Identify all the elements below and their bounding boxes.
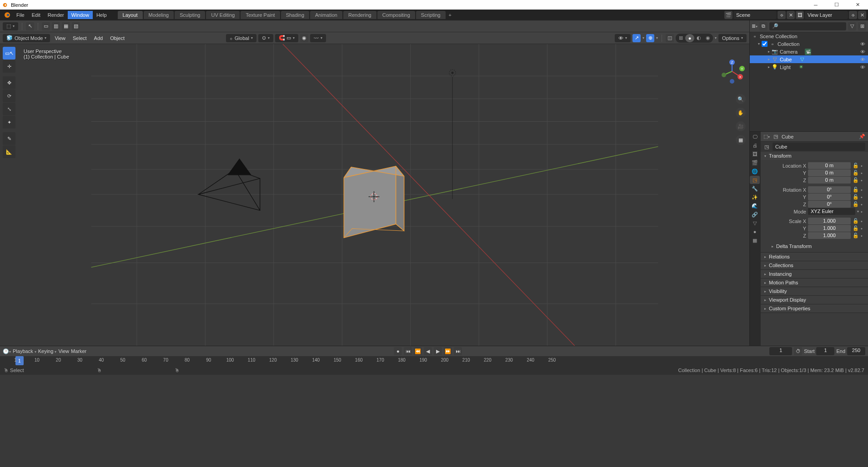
zoom-gizmo-icon[interactable]: 🔍 [736, 94, 746, 104]
ptab-output[interactable]: 🖨 [750, 141, 760, 149]
viewlayer-new-button[interactable]: ⎆ [849, 11, 857, 19]
blender-icon[interactable] [4, 11, 11, 19]
menu-help[interactable]: Help [93, 11, 110, 19]
visibility-icon[interactable]: 👁 [860, 57, 865, 62]
ptab-render[interactable]: 🖵 [750, 133, 760, 141]
vp-menu-view[interactable]: View [52, 35, 68, 42]
panel-collections[interactable]: ▸Collections [761, 261, 868, 269]
tool-scale[interactable]: ⤡ [3, 103, 15, 115]
ptab-viewlayer[interactable]: 🖼 [750, 150, 760, 158]
preview-range-button[interactable]: ⏱ [794, 347, 802, 355]
lock-icon[interactable]: 🔓 [853, 187, 859, 193]
field-scale-y[interactable]: 1.000 [808, 225, 851, 232]
shade-rendered-button[interactable]: ◉ [703, 34, 712, 42]
tool-select-box[interactable]: ▭↖ [3, 47, 15, 60]
shade-wireframe-button[interactable]: ⊞ [676, 34, 685, 42]
jump-start-button[interactable]: ⏮ [404, 347, 412, 355]
viewlayer-delete-button[interactable]: ✕ [858, 11, 866, 19]
visibility-icon[interactable]: 👁 [860, 65, 865, 70]
outliner-item-camera[interactable]: ▸📷 Camera 📽 👁 [750, 48, 868, 55]
nav-gizmo[interactable]: Z Y X [718, 58, 746, 85]
cursor-tool-icon[interactable]: ↖ [26, 22, 34, 30]
tab-texture-paint[interactable]: Texture Paint [241, 11, 280, 19]
ptab-scene[interactable]: 🎬 [750, 159, 760, 167]
close-button[interactable]: ✕ [847, 0, 868, 10]
jump-end-button[interactable]: ⏭ [454, 347, 462, 355]
lock-icon[interactable]: 🔓 [853, 170, 859, 176]
selmode-b-icon[interactable]: ▥ [52, 22, 60, 30]
start-frame-field[interactable]: 1 [816, 347, 834, 355]
viewport-canvas[interactable]: ▭↖ ✛ ✥ ⟳ ⤡ ✦ ✎ 📐 User Perspective (1) Co… [0, 44, 749, 346]
field-location-z[interactable]: 0 m [808, 177, 851, 184]
pin-icon[interactable]: 📌 [859, 134, 865, 139]
ptab-texture[interactable]: ▦ [750, 236, 760, 244]
ptab-meshdata[interactable]: ▽ [750, 219, 760, 227]
mesh-data-icon[interactable]: ▽ [799, 56, 805, 63]
lock-icon[interactable]: 🔓 [853, 218, 859, 224]
ptab-world[interactable]: 🌐 [750, 167, 760, 175]
menu-window[interactable]: Window [68, 11, 93, 19]
tab-modeling[interactable]: Modeling [144, 11, 174, 19]
vp-menu-select[interactable]: Select [70, 35, 90, 42]
play-button[interactable]: ▶ [434, 347, 442, 355]
panel-delta-transform[interactable]: ▸Delta Transform [764, 242, 864, 250]
vp-menu-add[interactable]: Add [91, 35, 106, 42]
field-rotation-y[interactable]: 0° [808, 194, 851, 200]
shade-solid-button[interactable]: ● [685, 34, 694, 42]
panel-visibility[interactable]: ▸Visibility [761, 287, 868, 295]
lock-icon[interactable]: 🔓 [853, 194, 859, 200]
outliner-search[interactable]: 🔎 [769, 22, 846, 30]
field-scale-x[interactable]: 1.000 [808, 218, 851, 224]
jump-prev-key-button[interactable]: ⏪ [414, 347, 422, 355]
light-data-icon[interactable]: ☀ [798, 64, 804, 70]
shading-options-dropdown[interactable]: ▾ [715, 36, 717, 40]
tl-menu-marker[interactable]: Marker [71, 348, 86, 354]
field-location-y[interactable]: 0 m [808, 169, 851, 176]
selmode-d-icon[interactable]: ▧ [72, 22, 80, 30]
tool-measure[interactable]: 📐 [3, 145, 15, 158]
tool-rotate[interactable]: ⟳ [3, 89, 15, 102]
panel-transform-header[interactable]: ▾Transform [761, 152, 868, 160]
outliner-new-collection[interactable]: ⊞ [858, 22, 866, 30]
scene-field[interactable]: Scene [733, 11, 777, 19]
lock-icon[interactable]: 🔓 [853, 233, 859, 238]
tab-sculpting[interactable]: Sculpting [175, 11, 205, 19]
add-workspace-button[interactable]: + [447, 11, 454, 19]
tab-compositing[interactable]: Compositing [377, 11, 415, 19]
outliner-scene-collection[interactable]: ▫ Scene Collection [750, 32, 868, 40]
camera-view-icon[interactable]: 🎥 [736, 121, 746, 131]
panel-motion-paths[interactable]: ▸Motion Paths [761, 278, 868, 287]
tab-scripting[interactable]: Scripting [416, 11, 446, 19]
field-scale-z[interactable]: 1.000 [808, 232, 851, 239]
collection-enable-checkbox[interactable] [762, 41, 768, 47]
ptab-constraints[interactable]: 🔗 [750, 210, 760, 219]
tool-cursor[interactable]: ✛ [3, 60, 15, 73]
ptab-particles[interactable]: ✨ [750, 193, 760, 201]
tool-transform[interactable]: ✦ [3, 116, 15, 129]
timeline-editor-type[interactable]: 🕑▾ [3, 348, 11, 354]
selmode-c-icon[interactable]: ▦ [62, 22, 70, 30]
panel-instancing[interactable]: ▸Instancing [761, 270, 868, 278]
outliner-collection[interactable]: ▾ ▫ Collection 👁 [750, 40, 868, 48]
ptab-material[interactable]: ● [750, 228, 760, 236]
vp-menu-object[interactable]: Object [107, 35, 127, 42]
selmode-a-icon[interactable]: ▭ [42, 22, 50, 30]
field-location-x[interactable]: 0 m [808, 162, 851, 169]
timeline-ruler[interactable]: 1 11020304050607080901001101201301401501… [0, 356, 868, 365]
pan-gizmo-icon[interactable]: ✋ [736, 108, 746, 118]
visibility-icon[interactable]: 👁 [860, 41, 865, 47]
scene-new-button[interactable]: ⎆ [778, 11, 786, 19]
outliner-filter-button[interactable]: ▽ [848, 22, 856, 30]
outliner-item-cube[interactable]: ▸▽ Cube ▽ 👁 [750, 55, 868, 63]
tool-annotate[interactable]: ✎ [3, 132, 15, 145]
panel-relations[interactable]: ▸Relations [761, 253, 868, 261]
lock-icon[interactable]: 🔓 [853, 163, 859, 169]
minimize-button[interactable]: ─ [805, 0, 826, 10]
proportional-falloff[interactable]: 〰▾ [310, 34, 326, 42]
properties-editor-type[interactable]: ⬚▾ [763, 134, 770, 139]
xray-toggle-button[interactable]: ◫ [666, 34, 674, 42]
tab-uv-editing[interactable]: UV Editing [206, 11, 240, 19]
overlay-toggle-button[interactable]: ⊕ [646, 34, 654, 42]
object-name-field[interactable]: Cube [773, 143, 865, 151]
tl-menu-view[interactable]: View [58, 348, 69, 354]
